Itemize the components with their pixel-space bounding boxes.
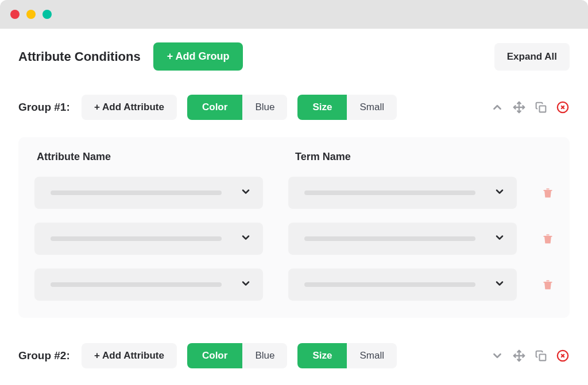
- chip-term: Blue: [242, 95, 287, 120]
- delete-icon[interactable]: [556, 349, 570, 363]
- placeholder-line: [51, 190, 222, 195]
- svg-rect-2: [540, 106, 546, 112]
- move-icon[interactable]: [512, 349, 526, 363]
- chevron-down-icon: [240, 278, 252, 291]
- trash-icon[interactable]: [542, 232, 554, 245]
- term-select[interactable]: [288, 223, 517, 255]
- attribute-select[interactable]: [34, 177, 263, 209]
- chip-attr: Color: [187, 95, 242, 120]
- placeholder-line: [304, 190, 475, 195]
- chevron-down-icon: [494, 186, 505, 200]
- chip-term: Small: [347, 95, 397, 120]
- add-attribute-button[interactable]: + Add Attribute: [82, 95, 177, 120]
- page-title: Attribute Conditions: [18, 49, 141, 64]
- collapse-icon[interactable]: [490, 100, 504, 114]
- placeholder-line: [304, 236, 475, 241]
- chip-attr: Size: [297, 95, 347, 120]
- move-icon[interactable]: [512, 100, 526, 114]
- attribute-chip[interactable]: Size Small: [297, 343, 397, 368]
- group-label: Group #2:: [18, 349, 71, 362]
- group-label: Group #1:: [18, 101, 71, 114]
- placeholder-line: [304, 282, 475, 287]
- attribute-chip[interactable]: Size Small: [297, 95, 397, 120]
- trash-icon[interactable]: [542, 278, 554, 291]
- page-header: Attribute Conditions + Add Group Expand …: [18, 42, 570, 71]
- chevron-down-icon: [240, 186, 252, 200]
- attribute-row: [34, 269, 554, 301]
- svg-rect-8: [540, 355, 546, 361]
- copy-icon[interactable]: [534, 100, 548, 114]
- term-select[interactable]: [288, 177, 517, 209]
- placeholder-line: [51, 236, 222, 241]
- delete-icon[interactable]: [556, 100, 570, 114]
- column-header-attribute: Attribute Name: [37, 151, 295, 163]
- attribute-chip[interactable]: Color Blue: [187, 95, 287, 120]
- attribute-select[interactable]: [34, 223, 263, 255]
- window-maximize-dot[interactable]: [42, 10, 52, 19]
- group-header-row: Group #2: + Add Attribute Color Blue Siz…: [18, 343, 570, 368]
- trash-icon[interactable]: [542, 186, 554, 199]
- attribute-row: [34, 223, 554, 255]
- window-titlebar: [0, 0, 588, 29]
- expand-all-button[interactable]: Expand All: [494, 43, 570, 71]
- chevron-down-icon: [240, 232, 252, 246]
- attribute-select[interactable]: [34, 269, 263, 301]
- placeholder-line: [51, 282, 222, 287]
- add-group-button[interactable]: + Add Group: [153, 42, 243, 71]
- window-close-dot[interactable]: [10, 10, 20, 19]
- attribute-panel: Attribute Name Term Name: [18, 137, 570, 318]
- chevron-down-icon: [494, 278, 505, 291]
- chip-attr: Color: [187, 343, 242, 368]
- attribute-chip[interactable]: Color Blue: [187, 343, 287, 368]
- expand-icon[interactable]: [490, 349, 504, 363]
- window-minimize-dot[interactable]: [26, 10, 36, 19]
- group-header-row: Group #1: + Add Attribute Color Blue Siz…: [18, 95, 570, 120]
- copy-icon[interactable]: [534, 349, 548, 363]
- term-select[interactable]: [288, 269, 517, 301]
- add-attribute-button[interactable]: + Add Attribute: [82, 343, 177, 368]
- chevron-down-icon: [494, 232, 505, 246]
- column-header-term: Term Name: [295, 151, 551, 163]
- chip-attr: Size: [297, 343, 347, 368]
- chip-term: Blue: [242, 343, 287, 368]
- attribute-row: [34, 177, 554, 209]
- chip-term: Small: [347, 343, 397, 368]
